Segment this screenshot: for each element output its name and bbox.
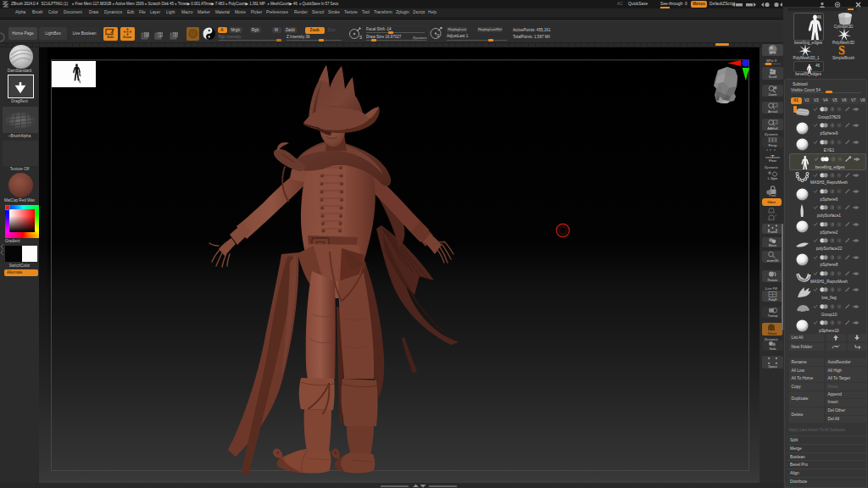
svg-text:Xpose: Xpose [768,365,776,369]
svg-text:Rotate: Rotate [768,278,779,282]
svg-text:Transp: Transp [768,314,778,318]
svg-text:Ghost: Ghost [767,332,776,336]
svg-text:AAHalf: AAHalf [767,125,778,130]
svg-text:Zoom: Zoom [769,92,777,96]
svg-text:0: 0 [437,33,440,38]
svg-text:PolyF: PolyF [768,297,777,302]
svg-text:Floor: Floor [769,158,777,163]
svg-text:Pixol: Pixol [770,194,776,197]
svg-text:Move: Move [769,244,776,247]
svg-text:L.Sym: L.Sym [768,176,778,180]
svg-text:Actual: Actual [768,108,777,113]
svg-text:Solo: Solo [769,347,776,351]
svg-text:S: S [159,33,161,37]
svg-text:Frame: Frame [768,230,778,234]
svg-text:BPR: BPR [769,51,776,55]
svg-text:M: M [145,33,148,37]
svg-text:zoom3D: zoom3D [766,259,778,263]
svg-text:Persp: Persp [768,143,776,147]
svg-text:Scroll: Scroll [769,75,777,79]
